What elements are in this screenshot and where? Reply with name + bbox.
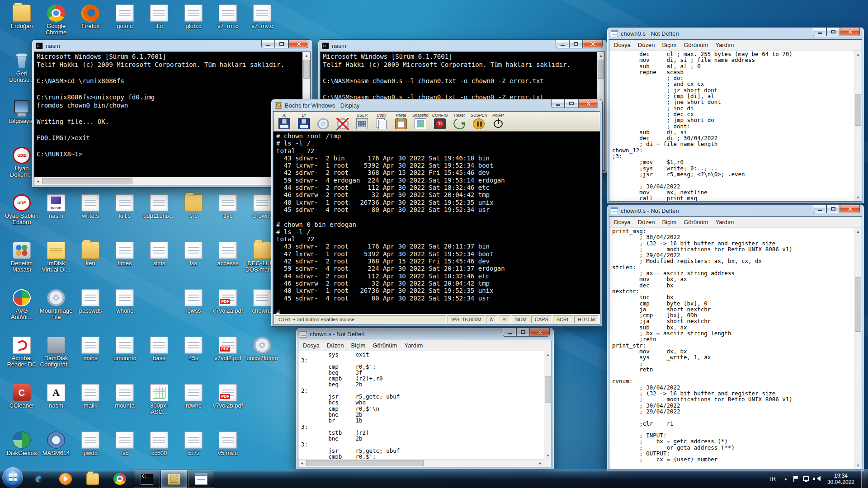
scroll-up-arrow[interactable]: ▲ [303, 52, 310, 59]
taskbar-button-windows-explorer[interactable] [80, 470, 106, 488]
desktop-icon-times[interactable]: times [108, 241, 142, 285]
maximize-button[interactable] [516, 328, 530, 337]
bochs-tool-user[interactable]: USER [354, 113, 370, 130]
maximize-button[interactable] [569, 40, 583, 48]
maximize-button[interactable] [826, 205, 840, 213]
bochs-tool-paste[interactable]: Paste [393, 113, 409, 130]
desktop-icon-800px-asc[interactable]: 800px-ASC... [142, 383, 176, 427]
bochs-tool-cdrom-eject[interactable] [335, 113, 351, 130]
desktop-icon-masm614[interactable]: MASM614 [39, 431, 73, 475]
action-center-icon[interactable] [793, 476, 799, 482]
desktop-icon-kill-s[interactable]: kill.s [108, 193, 142, 238]
horizontal-scrollbar[interactable]: ◄ ► [298, 459, 544, 467]
scrollbar-thumb[interactable] [306, 460, 424, 466]
bochs-tool-suspend[interactable]: SUSPEND [471, 113, 487, 130]
desktop-icon-sims[interactable]: sims [142, 241, 176, 285]
scroll-left-arrow[interactable]: ◄ [298, 460, 306, 467]
desktop-icon-mountimage-file[interactable]: MountImage File [39, 288, 73, 333]
desktop-icon-malik[interactable]: malik [73, 383, 108, 427]
taskbar-button-notepad[interactable] [188, 470, 214, 488]
scroll-up-arrow[interactable]: ▲ [854, 51, 862, 58]
desktop-icon-pdp11unix[interactable]: pdp11unix... [142, 193, 176, 238]
scroll-up-arrow[interactable]: ▲ [854, 228, 862, 235]
menu-dosya[interactable]: Dosya [610, 217, 634, 227]
menu-d-zen[interactable]: Düzen [634, 217, 659, 227]
desktop-icon-ttyc[interactable]: ttyc [211, 193, 245, 238]
desktop-icon-src[interactable]: src [176, 193, 211, 238]
network-icon[interactable] [803, 476, 809, 481]
desktop-icon-umountc[interactable]: umountc [108, 336, 142, 380]
desktop-icon-bass[interactable]: bass [142, 336, 176, 380]
close-button[interactable] [578, 99, 598, 108]
scrollbar-thumb[interactable] [303, 60, 310, 79]
emulator-screen[interactable]: # chown root /tmp # ls -l / total 72 43 … [274, 131, 600, 314]
scroll-left-arrow[interactable]: ◄ [34, 178, 42, 185]
taskbar-button-internet-explorer[interactable] [25, 470, 52, 488]
desktop-icon-45s[interactable]: 45s [176, 336, 211, 380]
scroll-up-arrow[interactable]: ▲ [544, 351, 552, 358]
menu-yard-m[interactable]: Yardım [401, 341, 426, 350]
bochs-tool-copy[interactable]: Copy [373, 113, 390, 130]
menu-dosya[interactable]: Dosya [610, 40, 634, 50]
language-indicator[interactable]: TR [766, 475, 778, 483]
vertical-scrollbar[interactable]: ▲ ▼ [854, 51, 862, 201]
desktop-icon-lsc[interactable]: lsc [108, 431, 142, 475]
desktop-icon-v5-mv-c[interactable]: v5 mv.c [211, 431, 245, 475]
menu-bi-im[interactable]: Biçim [347, 341, 369, 350]
menu-bi-im[interactable]: Biçim [658, 40, 680, 50]
start-button[interactable] [2, 467, 23, 488]
hidden-icons-icon[interactable]: ▲ [782, 477, 789, 481]
desktop-icon-imdisk-virtual-di[interactable]: ImDisk Virtual Di... [39, 241, 73, 285]
maximize-button[interactable] [826, 28, 840, 36]
horizontal-scrollbar[interactable]: ◄ ► [34, 177, 302, 185]
bochs-tool-snapshot[interactable]: Snapshot [412, 113, 429, 130]
minimize-button[interactable] [813, 205, 826, 213]
menu-d-zen[interactable]: Düzen [323, 341, 348, 350]
close-button[interactable] [583, 40, 603, 48]
menu-d-zen[interactable]: Düzen [634, 40, 659, 50]
volume-icon[interactable] [813, 476, 821, 482]
taskbar-button-windows-media-player[interactable] [52, 470, 79, 488]
scroll-right-arrow[interactable]: ► [537, 460, 544, 467]
desktop-icon-cp7z[interactable]: cp7z [176, 431, 211, 475]
text-editor[interactable]: print_msg: ; 30/04/2022 ; (32 -> 16 bit … [609, 228, 862, 469]
menu-yard-m[interactable]: Yardım [712, 40, 737, 50]
desktop-icon-avg-antivir[interactable]: AVG AntiVir... [5, 288, 39, 333]
maximize-button[interactable] [565, 99, 578, 108]
taskbar-button-command-prompt[interactable] [134, 470, 160, 488]
desktop-icon-v7vol2b-pdf[interactable]: v7vol2b.pdf [211, 383, 245, 427]
desktop-icon-denetim-masas[interactable]: Denetim Masası [5, 241, 39, 285]
desktop-icon-nasm[interactable]: nasm [39, 193, 73, 238]
close-button[interactable] [530, 328, 550, 337]
bochs-tool-cdrom[interactable] [315, 113, 331, 130]
close-button[interactable] [840, 28, 860, 36]
clock[interactable]: 19:34 30.04.2022 [825, 473, 857, 485]
taskbar-button-google-chrome[interactable] [107, 470, 133, 488]
close-button[interactable] [840, 205, 860, 213]
desktop-icon-passwds[interactable]: passwds [73, 288, 108, 333]
minimize-button[interactable] [503, 328, 516, 337]
bochs-tool-floppy-a[interactable]: A: [276, 113, 292, 130]
desktop-icon-ken[interactable]: ken [73, 241, 108, 285]
bochs-tool-power[interactable]: Power [490, 113, 506, 130]
desktop-icon-nasm[interactable]: nasm [39, 383, 73, 427]
minimize-button[interactable] [813, 28, 826, 36]
desktop-icon-rdwhc[interactable]: rdwhc [176, 383, 211, 427]
desktop-icon-whonc[interactable]: whonc [108, 288, 142, 333]
bochs-tool-floppy-b[interactable]: B: [296, 113, 312, 130]
vertical-scrollbar[interactable]: ▲ ▼ [854, 228, 862, 469]
menu-g-r-n-m[interactable]: Görünüm [680, 40, 712, 50]
desktop-icon-cc500[interactable]: cc500 [142, 431, 176, 475]
scrollbar-thumb[interactable] [855, 277, 861, 332]
minimize-button[interactable] [261, 40, 275, 48]
desktop-icon-mshs[interactable]: mshs [73, 336, 108, 380]
desktop-icon-lowss[interactable]: lowss [176, 288, 211, 333]
menu-g-r-n-m[interactable]: Görünüm [369, 341, 401, 350]
scroll-up-arrow[interactable]: ▲ [597, 52, 604, 59]
menu-dosya[interactable]: Dosya [299, 341, 323, 350]
desktop-icon-ccleaner[interactable]: CCleaner [5, 383, 39, 427]
menu-g-r-n-m[interactable]: Görünüm [680, 217, 712, 227]
show-desktop-button[interactable] [861, 469, 868, 488]
desktop-icon-ramdisk-configurat[interactable]: RamDisk Configurat... [39, 336, 73, 380]
scroll-down-arrow[interactable]: ▼ [854, 194, 862, 201]
